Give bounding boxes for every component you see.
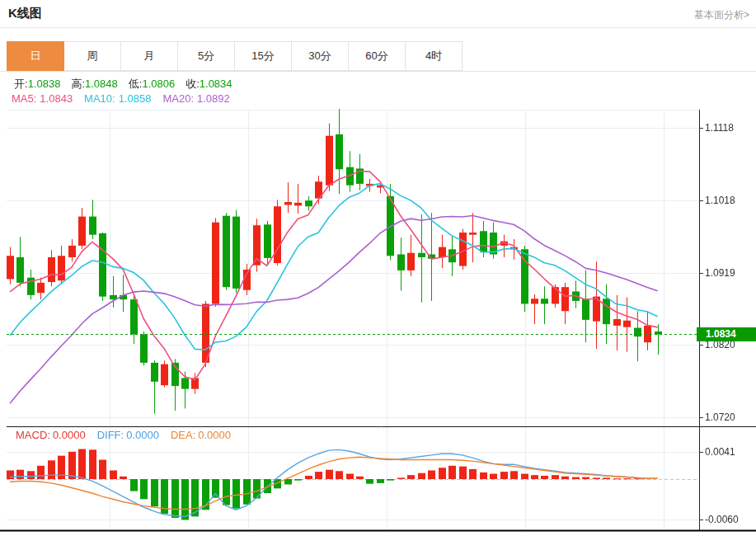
ma5-value: 1.0843	[40, 92, 73, 105]
widget-header: K线图 基本面分析>	[0, 0, 756, 28]
macd-value: 0.0000	[53, 429, 86, 441]
macd-label: MACD:	[16, 429, 50, 441]
chart-area: 开:1.0838高:1.0848低:1.0806收:1.0834 MA5:1.0…	[0, 71, 756, 536]
macd-legend: MACD:0.0000DIFF:0.0000DEA:0.0000	[16, 429, 242, 441]
dea-label: DEA:	[171, 429, 195, 441]
close-value: 1.0834	[200, 78, 232, 90]
diff-label: DIFF:	[97, 429, 124, 441]
ma20-label: MA20:	[162, 92, 194, 105]
high-label: 高:	[71, 78, 85, 90]
ma10-value: 1.0858	[119, 92, 152, 105]
close-label: 收:	[185, 78, 200, 90]
open-label: 开:	[14, 78, 28, 90]
current-price-tag: 1.0834	[697, 327, 756, 341]
tab-5min[interactable]: 5分	[177, 41, 235, 71]
tab-60min[interactable]: 60分	[348, 41, 406, 71]
ma5-label: MA5:	[12, 92, 36, 105]
ohlc-legend: 开:1.0838高:1.0848低:1.0806收:1.0834	[14, 77, 243, 92]
ma20-value: 1.0892	[197, 92, 230, 105]
tab-15min[interactable]: 15分	[234, 41, 292, 71]
tab-month[interactable]: 月	[120, 41, 178, 71]
period-tabbar: 日 周 月 5分 15分 30分 60分 4时	[0, 41, 756, 72]
tab-week[interactable]: 周	[63, 41, 121, 71]
low-value: 1.0806	[142, 78, 175, 90]
tab-4hour[interactable]: 4时	[405, 41, 463, 71]
low-label: 低:	[129, 78, 143, 90]
open-value: 1.0838	[28, 78, 61, 90]
page-title: K线图	[8, 6, 42, 21]
tab-day[interactable]: 日	[7, 41, 64, 71]
high-value: 1.0848	[85, 78, 118, 90]
fundamental-analysis-link[interactable]: 基本面分析>	[694, 8, 749, 22]
dea-value: 0.0000	[198, 429, 231, 441]
diff-value: 0.0000	[126, 429, 159, 441]
kline-chart-canvas[interactable]	[0, 71, 756, 536]
tab-30min[interactable]: 30分	[291, 41, 349, 71]
kline-widget: K线图 基本面分析> 日 周 月 5分 15分 30分 60分 4时 开:1.0…	[0, 0, 756, 536]
ma10-label: MA10:	[84, 92, 115, 105]
ma-legend: MA5:1.0843MA10:1.0858MA20:1.0892	[12, 92, 242, 105]
